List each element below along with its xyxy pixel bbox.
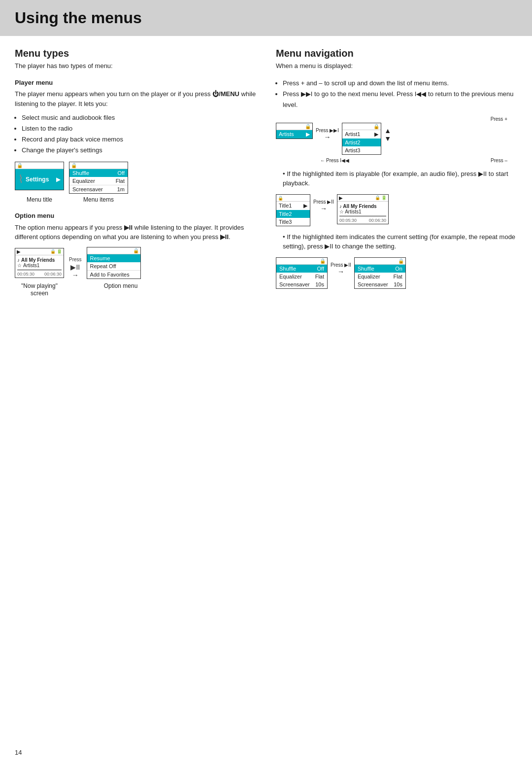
menu-row-shuffle: Shuffle Off — [69, 169, 128, 177]
title-label: Title3 — [279, 219, 292, 225]
title-label: Title2 — [279, 211, 292, 217]
ss-row-shuffle: Shuffle Off — [276, 265, 327, 273]
option-menu-screen: 🔒 Resume Repeat Off Add to Favorites — [87, 247, 141, 279]
option-screens-row: ▶ 🔒 🔋 ♪ All My Friends ☆ Ar — [15, 247, 256, 279]
om-row-resume: Resume — [87, 254, 140, 262]
play-icon2: ▶ — [339, 195, 343, 201]
ss-topbar-before: 🔒 — [276, 258, 327, 265]
player-menu-body: The player menu appears when you turn on… — [15, 89, 256, 108]
press-fwd-section: Press ▶▶I → — [316, 123, 339, 141]
title-arrow: ▶ — [303, 203, 307, 209]
menu-value: Off — [118, 170, 125, 176]
ss-value: Flat — [394, 274, 402, 279]
caption-text: "Now playing" screen — [21, 282, 58, 297]
menu-value: Flat — [116, 178, 125, 184]
caption-row: Menu title Menu items — [15, 196, 256, 203]
nav-screens-row-1: 🔒 Artists ▶ Press ▶▶I → — [276, 123, 517, 155]
ps-time-start: 00:05:30 — [339, 218, 357, 223]
rwd-arrow: ← — [320, 158, 325, 163]
page-number: 14 — [15, 749, 22, 756]
al-artists-row: Artists ▶ — [276, 130, 312, 139]
press-minus-label: Press – — [491, 158, 507, 163]
menu-row-equalizer: Equalizer Flat — [69, 177, 128, 185]
option-menu-section: Option menu The option menu appears if y… — [15, 211, 256, 297]
time-end: 00:06:30 — [44, 272, 62, 277]
press-arrow-section: Press ▶II → — [69, 247, 82, 279]
as-topbar: 🔒 — [342, 123, 381, 130]
np-icons: 🔒 🔋 — [50, 249, 62, 254]
press-symbol-row: ▶II — [70, 263, 80, 271]
star-icon2: ☆ — [339, 209, 345, 214]
title-list-screen: 🔒 Title1 ▶ Title2 Title3 — [276, 194, 310, 226]
press-fwd-label: Press ▶▶I — [316, 128, 339, 133]
nav-diagram-1: Press + 🔒 Artists ▶ Press ▶▶I — [276, 116, 517, 163]
bullet4: • If the highlighted item indicates the … — [283, 232, 517, 251]
om-label: Repeat — [90, 263, 107, 269]
np-times: 00:05:30 00:06:30 — [17, 272, 62, 277]
menu-label: Shuffle — [72, 170, 89, 176]
al-topbar: 🔒 — [276, 123, 312, 130]
player-menu-list: Select music and audiobook files Listen … — [22, 112, 256, 156]
ss-label: Screensaver — [279, 281, 310, 287]
right-column: Menu navigation When a menu is displayed… — [276, 48, 517, 305]
menu-label: Equalizer — [72, 178, 95, 184]
ss-label: Equalizer — [279, 274, 302, 279]
ss-label: Shuffle — [279, 266, 296, 272]
om-label: Add to Favorites — [90, 272, 130, 278]
ts-row-3: Title3 — [276, 218, 310, 226]
menu-row-screensaver: Screensaver 1m — [69, 185, 128, 193]
as-row-1: Artist1 ▶ — [342, 130, 381, 139]
nav-diagram-3: 🔒 Shuffle Off Equalizer Flat Screensaver… — [276, 257, 517, 289]
press-label: Press — [69, 257, 82, 262]
down-arrow-icon: ▼ — [384, 135, 391, 142]
setting-screen-after: 🔒 Shuffle On Equalizer Flat Screensaver … — [354, 257, 406, 289]
caption-text: Option menu — [104, 282, 138, 289]
battery-icon3: 🔋 — [381, 195, 387, 201]
caption-now-playing: "Now playing" screen — [15, 282, 64, 297]
ss-row-shuffle-after: Shuffle On — [355, 265, 405, 273]
lock-icon5: 🔒 — [373, 124, 379, 129]
ss-value: On — [395, 266, 402, 272]
ps-song: ♪ All My Friends — [339, 204, 386, 209]
ps-body: ♪ All My Friends ☆ Artists1 00:05:30 00:… — [337, 202, 388, 224]
np-timebar — [17, 269, 62, 271]
left-subtitle: The player has two types of menu: — [15, 61, 256, 71]
title-label: Title1 — [279, 203, 292, 209]
ss-label: Shuffle — [358, 266, 374, 272]
artist-label: Artist3 — [345, 147, 360, 153]
press-play2-section: Press ▶II → — [331, 257, 351, 276]
time-start: 00:05:30 — [17, 272, 34, 277]
ss-value: 10s — [315, 281, 324, 287]
settings-arrow: ▶ — [56, 176, 61, 183]
artist-label: Artist2 — [345, 139, 360, 145]
artist-list-screen: 🔒 Artist1 ▶ Artist2 Artist3 — [342, 123, 381, 155]
artist-arrow: ▶ — [374, 131, 378, 138]
ts-row-1: Title1 ▶ — [276, 202, 310, 210]
nav-bullet-1: Press + and – to scroll up and down the … — [283, 78, 517, 89]
lock-icon3: 🔒 — [133, 248, 139, 253]
press-play-label: Press ▶II — [313, 199, 334, 205]
press-plus-label: Press + — [276, 116, 517, 122]
menu-items-screen: 🔒 Shuffle Off Equalizer Flat Screensaver… — [69, 162, 128, 194]
ps-time-end: 00:06:30 — [369, 218, 386, 223]
lock-icon7: 🔒 — [375, 195, 380, 201]
nav-bullet-2: Press ▶▶I to go to the next menu level. … — [283, 89, 517, 110]
om-row-favorites: Add to Favorites — [87, 270, 140, 279]
om-label: Resume — [90, 255, 110, 261]
player-menu-title: Player menu — [15, 78, 256, 88]
ss-value: Off — [317, 266, 324, 272]
ps-icons: 🔒 🔋 — [375, 195, 387, 201]
artists-label-screen: 🔒 Artists ▶ — [276, 123, 313, 139]
caption-option-menu: Option menu — [94, 282, 148, 297]
caption-text: Menu title — [27, 196, 52, 203]
lock-icon2: 🔒 — [71, 163, 77, 168]
play2-arrow: → — [337, 268, 344, 276]
ss-row-equalizer: Equalizer Flat — [276, 273, 327, 280]
menu-screens-row: 🔒 ⌇ Settings ▶ 🔒 Shuffle Off Equal — [15, 162, 256, 194]
fwd-arrow: → — [324, 133, 331, 141]
page-title: Using the menus — [15, 9, 517, 27]
np-artist: ☆ Artists1 — [17, 263, 62, 268]
long-arrow: → — [72, 271, 79, 279]
ss-row-equalizer-after: Equalizer Flat — [355, 273, 405, 280]
note-icon: ♪ — [17, 257, 20, 263]
